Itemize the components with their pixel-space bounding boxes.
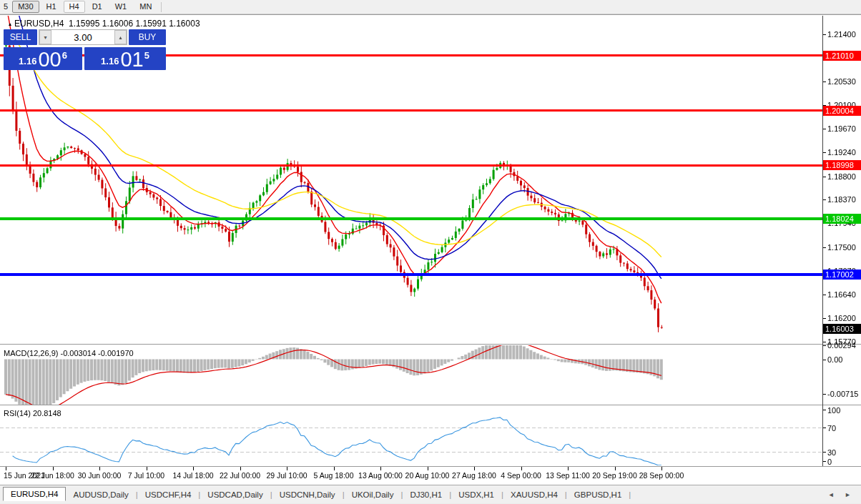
- timeframe-button-h1[interactable]: H1: [41, 1, 62, 13]
- time-axis-label: 4 Sep 00:00: [501, 471, 541, 480]
- time-axis-label: 13 Sep 11:00: [546, 471, 590, 480]
- horizontal-level-line[interactable]: [0, 109, 822, 112]
- chart-tab-usdx[interactable]: USDX,H1: [451, 488, 501, 501]
- rsi-indicator-label: RSI(14) 20.8148: [4, 409, 62, 417]
- price-axis-tick-label: 1.21400: [827, 30, 856, 39]
- time-axis-label: 20 Aug 10:00: [405, 471, 450, 480]
- bid-quote-button[interactable]: 1.16006: [4, 47, 82, 70]
- timeframe-button-mn[interactable]: MN: [134, 1, 157, 13]
- timeframe-button-w1[interactable]: W1: [109, 1, 133, 13]
- time-axis-label: 30 Jun 00:00: [78, 471, 122, 480]
- rsi-axis-label: 0: [827, 458, 832, 466]
- toolbar-separator: [161, 2, 162, 12]
- price-axis-tick-label: 1.16200: [827, 314, 856, 322]
- horizontal-level-line[interactable]: [0, 217, 822, 220]
- macd-axis-label: 0.00: [827, 355, 842, 364]
- chart-tab-xauusd[interactable]: XAUUSD,H4: [503, 488, 565, 501]
- price-axis-tick-label: 1.18370: [827, 195, 856, 204]
- price-axis-tick-label: 1.20530: [827, 77, 856, 86]
- price-level-badge: 1.18998: [823, 160, 861, 170]
- timeframe-button-5[interactable]: 5: [1, 1, 11, 13]
- price-level-badge: 1.20004: [823, 106, 861, 116]
- time-axis-label: 14 Jul 18:00: [172, 471, 213, 480]
- price-level-badge: 1.16003: [823, 324, 861, 334]
- chart-tab-usdchf[interactable]: USDCHF,H4: [138, 488, 199, 501]
- rsi-axis-label: 30: [827, 448, 836, 457]
- chart-ohlc-values: 1.15995 1.16006 1.15991 1.16003: [69, 19, 200, 29]
- time-axis-label: 20 Sep 19:00: [592, 471, 636, 480]
- bid-pip-sup: 6: [62, 50, 67, 61]
- price-level-badge: 1.18024: [823, 214, 861, 224]
- chart-symbol: EURUSD,H4: [14, 19, 64, 29]
- chart-tab-ukoil[interactable]: UKOil,Daily: [345, 488, 401, 501]
- time-axis-label: 28 Sep 00:00: [639, 471, 684, 480]
- macd-indicator-label: MACD(12,26,9) -0.003014 -0.001970: [4, 349, 134, 357]
- time-axis-label: 22 Jun 18:00: [31, 471, 74, 480]
- price-axis-tick-label: 1.19670: [827, 124, 856, 133]
- ask-prefix: 1.16: [101, 56, 119, 66]
- timeframe-button-m30[interactable]: M30: [12, 1, 39, 13]
- collapse-arrow-icon[interactable]: ▴: [9, 21, 11, 27]
- ask-pip-sup: 5: [144, 50, 149, 61]
- timeframe-toolbar: 5M30H1H4D1W1MN: [0, 0, 861, 14]
- volume-decrease-button[interactable]: ▾: [39, 30, 51, 44]
- chart-tabs: EURUSD,H4AUDUSD,Daily|USDCHF,H4|USDCAD,D…: [1, 488, 631, 501]
- price-axis-tick-label: 1.17500: [827, 243, 856, 252]
- ask-main: 01: [120, 50, 143, 69]
- chart-tab-usdcnh[interactable]: USDCNH,Daily: [272, 488, 343, 501]
- price-axis-tick-label: 1.16640: [827, 290, 856, 299]
- chart-tab-audusd[interactable]: AUDUSD,Daily: [66, 488, 135, 501]
- price-axis-tick-label: 1.19240: [827, 148, 856, 157]
- macd-axis-label: 0.00294: [827, 341, 856, 350]
- chart-tab-dj30[interactable]: DJ30,H1: [403, 488, 449, 501]
- time-axis-label: 5 Aug 18:00: [313, 471, 353, 480]
- chart-tab-usdcad[interactable]: USDCAD,Daily: [200, 488, 270, 501]
- chart-title: ▴EURUSD,H4 1.15995 1.16006 1.15991 1.160…: [9, 19, 200, 29]
- rsi-axis-label: 100: [827, 406, 840, 415]
- volume-increase-button[interactable]: ▴: [114, 30, 127, 44]
- bid-prefix: 1.16: [19, 56, 36, 66]
- rsi-axis-label: 70: [827, 424, 836, 433]
- chart-canvas[interactable]: [0, 0, 861, 504]
- buy-button[interactable]: BUY: [129, 29, 166, 45]
- price-level-badge: 1.21010: [823, 51, 861, 61]
- tab-scroll-arrows-icon[interactable]: ◄ ►: [828, 491, 855, 498]
- chart-tab-eurusd[interactable]: EURUSD,H4: [3, 487, 66, 501]
- macd-axis-label: -0.00715: [827, 390, 858, 398]
- timeframe-button-h4[interactable]: H4: [64, 1, 85, 13]
- tab-separator: |: [629, 490, 631, 499]
- volume-input[interactable]: [51, 30, 114, 44]
- bid-main: 00: [38, 50, 61, 69]
- time-axis-label: 13 Aug 00:00: [358, 471, 403, 480]
- ask-quote-button[interactable]: 1.16015: [84, 47, 166, 70]
- horizontal-level-line[interactable]: [0, 164, 822, 167]
- horizontal-level-line[interactable]: [0, 273, 822, 276]
- timeframe-button-d1[interactable]: D1: [87, 1, 108, 13]
- sell-button[interactable]: SELL: [4, 29, 37, 45]
- chart-tab-gbpusd[interactable]: GBPUSD,H1: [567, 488, 629, 501]
- time-axis-label: 27 Aug 18:00: [452, 471, 496, 480]
- one-click-trading-panel: SELL ▾ ▴ BUY 1.16006 1.16015: [4, 29, 166, 70]
- time-axis-label: 29 Jul 10:00: [266, 471, 307, 480]
- chart-tab-bar: EURUSD,H4AUDUSD,Daily|USDCHF,H4|USDCAD,D…: [0, 485, 861, 503]
- price-level-badge: 1.17002: [823, 270, 861, 280]
- time-axis-label: 7 Jul 10:00: [128, 471, 164, 480]
- time-axis-label: 22 Jul 00:00: [220, 471, 260, 480]
- volume-spinner: ▾ ▴: [39, 29, 127, 45]
- price-axis-tick-label: 1.18800: [827, 172, 856, 181]
